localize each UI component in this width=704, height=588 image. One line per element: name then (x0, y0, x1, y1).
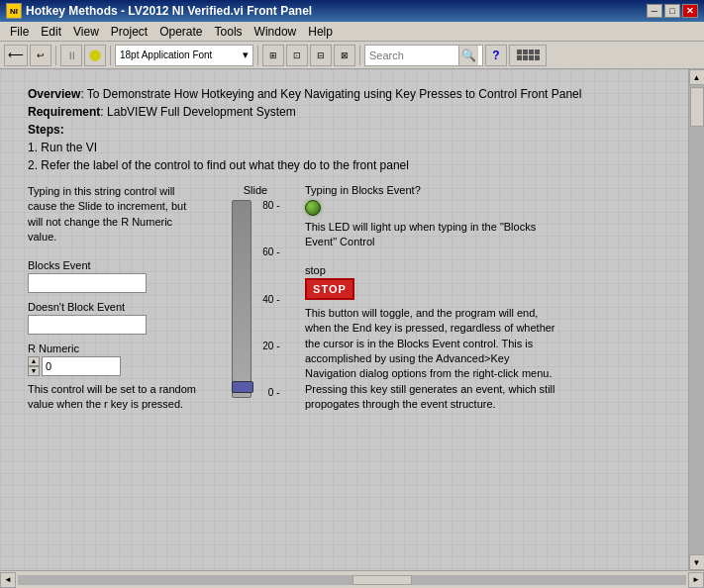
font-dropdown-icon: ▾ (243, 49, 249, 61)
font-name: 18pt Application Font (120, 49, 212, 60)
title-bar: NI Hotkey Methods - LV2012 NI Verified.v… (0, 0, 704, 22)
maximize-button[interactable]: □ (664, 4, 680, 18)
scroll-thumb[interactable] (690, 87, 704, 127)
search-icon[interactable]: 🔍 (458, 46, 478, 65)
toolbar-resize-btn[interactable]: ⊟ (310, 45, 332, 66)
r-numeric-label: R Numeric (28, 343, 206, 354)
toolbar-grid-btn[interactable] (509, 45, 547, 66)
title-bar-controls: ─ □ ✕ (647, 4, 698, 18)
slide-section: Slide 80 - 60 - 40 - 20 - 0 - (226, 184, 285, 413)
main-content: Overview: To Demonstrate How Hotkeying a… (0, 69, 688, 570)
requirement-label: Requirement (28, 105, 100, 119)
step1-text: 1. Run the VI (28, 139, 680, 156)
toolbar-abort-btn[interactable]: ⬤ (84, 45, 106, 66)
overview-section: Overview: To Demonstrate How Hotkeying a… (28, 85, 680, 174)
scroll-up-btn[interactable]: ▲ (689, 69, 705, 85)
requirement-text: : LabVIEW Full Development System (100, 105, 295, 119)
menu-file[interactable]: File (4, 23, 35, 41)
menu-view[interactable]: View (67, 23, 105, 41)
window-title: Hotkey Methods - LV2012 NI Verified.vi F… (26, 4, 312, 18)
spin-up-btn[interactable]: ▲ (28, 356, 40, 366)
toolbar: ⟵ ↩ ⏸ ⬤ 18pt Application Font ▾ ⊞ ⊡ ⊟ ⊠ … (0, 42, 704, 69)
bottom-bar: ◄ ► (0, 570, 704, 588)
scale-60: 60 - (255, 246, 280, 257)
controls-area: Typing in this string control will cause… (28, 184, 680, 413)
scale-80: 80 - (255, 200, 280, 211)
stop-desc: This button will toggle, and the program… (305, 306, 562, 413)
toolbar-forward-btn[interactable]: ↩ (30, 45, 51, 66)
overview-label: Overview (28, 87, 80, 101)
menu-operate[interactable]: Operate (153, 23, 208, 41)
toolbar-order-btn[interactable]: ⊠ (334, 45, 355, 66)
led-container (305, 200, 562, 216)
content-panel: Overview: To Demonstrate How Hotkeying a… (20, 77, 688, 570)
left-controls: Typing in this string control will cause… (28, 184, 206, 413)
led-desc: This LED will light up when typing in th… (305, 220, 543, 250)
toolbar-back-btn[interactable]: ⟵ (4, 45, 28, 66)
toolbar-align-btn[interactable]: ⊞ (262, 45, 284, 66)
slide-container: 80 - 60 - 40 - 20 - 0 - (232, 200, 280, 398)
scroll-down-btn[interactable]: ▼ (689, 554, 705, 570)
toolbar-sep4 (359, 46, 360, 65)
menu-edit[interactable]: Edit (35, 23, 67, 41)
bottom-scroll-thumb[interactable] (352, 575, 412, 585)
menu-project[interactable]: Project (105, 23, 153, 41)
stop-label: stop (305, 264, 562, 276)
r-numeric-input[interactable] (42, 356, 121, 376)
scale-40: 40 - (255, 294, 280, 305)
numeric-spinner: ▲ ▼ (28, 356, 40, 376)
close-button[interactable]: ✕ (682, 4, 698, 18)
minimize-button[interactable]: ─ (647, 4, 662, 18)
menu-help[interactable]: Help (302, 23, 339, 41)
scale-0: 0 - (255, 387, 280, 398)
bottom-scrollbar: ◄ ► (0, 571, 704, 589)
stop-section: stop STOP This button will toggle, and t… (305, 264, 562, 413)
scroll-track[interactable] (689, 85, 705, 554)
slide-label: Slide (244, 184, 267, 196)
slide-thumb[interactable] (232, 381, 253, 393)
steps-label: Steps: (28, 123, 64, 137)
scroll-left-btn[interactable]: ◄ (0, 572, 16, 588)
slide-scale: 80 - 60 - 40 - 20 - 0 - (255, 200, 280, 398)
toolbar-dist-btn[interactable]: ⊡ (286, 45, 308, 66)
menu-tools[interactable]: Tools (209, 23, 249, 41)
panel-area: Overview: To Demonstrate How Hotkeying a… (0, 69, 704, 570)
menu-bar: File Edit View Project Operate Tools Win… (0, 22, 704, 42)
string-note: Typing in this string control will cause… (28, 184, 201, 245)
typing-label: Typing in Blocks Event? (305, 184, 562, 196)
typing-section: Typing in Blocks Event? This LED will li… (305, 184, 562, 250)
overview-text: : To Demonstrate How Hotkeying and Key N… (80, 87, 581, 101)
blocks-event-input[interactable] (28, 273, 147, 293)
toolbar-sep3 (257, 46, 258, 65)
toolbar-sep2 (110, 46, 111, 65)
r-numeric-section: R Numeric ▲ ▼ This control will be set t… (28, 343, 206, 413)
numeric-control: ▲ ▼ (28, 356, 206, 376)
doesnt-block-label: Doesn't Block Event (28, 301, 206, 313)
bottom-scroll-track[interactable] (18, 575, 686, 585)
doesnt-block-control: Doesn't Block Event (28, 301, 206, 335)
stop-button[interactable]: STOP (305, 278, 354, 300)
blocks-event-label: Blocks Event (28, 259, 206, 271)
slide-track[interactable] (232, 200, 251, 398)
search-input[interactable] (369, 49, 458, 61)
blocks-event-control: Blocks Event (28, 259, 206, 293)
right-section: Typing in Blocks Event? This LED will li… (305, 184, 562, 413)
scroll-right-btn[interactable]: ► (688, 572, 704, 588)
toolbar-sep1 (55, 46, 56, 65)
title-bar-icon: NI (6, 3, 22, 19)
spin-down-btn[interactable]: ▼ (28, 366, 40, 376)
r-numeric-desc: This control will be set to a random val… (28, 382, 206, 413)
blocks-event-led (305, 200, 321, 216)
doesnt-block-input[interactable] (28, 315, 147, 335)
scale-20: 20 - (255, 341, 280, 351)
help-button[interactable]: ? (485, 45, 507, 66)
right-scrollbar: ▲ ▼ (688, 69, 704, 570)
font-selector[interactable]: 18pt Application Font ▾ (115, 45, 253, 66)
menu-window[interactable]: Window (249, 23, 303, 41)
toolbar-run-btn[interactable]: ⏸ (60, 45, 82, 66)
search-box: 🔍 (364, 45, 483, 66)
step2-text: 2. Refer the label of the control to fin… (28, 156, 680, 174)
